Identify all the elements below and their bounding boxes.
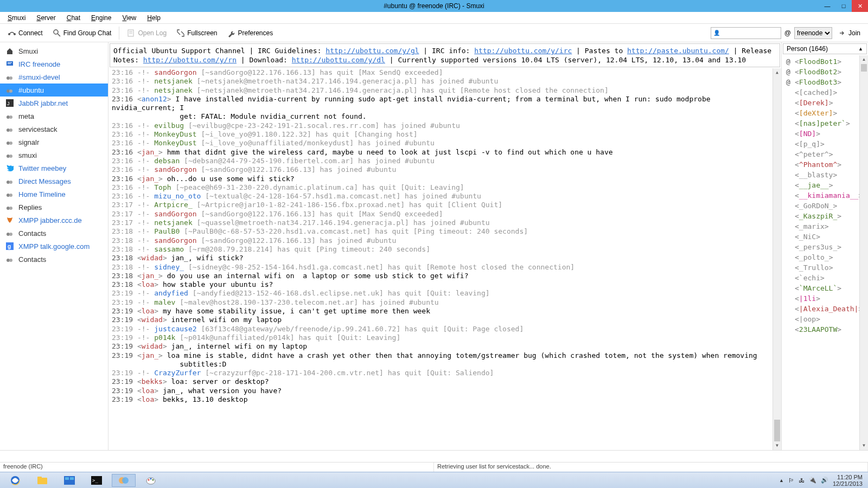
user-row[interactable]: <`echi> — [782, 273, 868, 283]
user-row[interactable]: <_polto_> — [782, 252, 868, 262]
user-list-header[interactable]: Person (1646) ▲ — [783, 43, 867, 54]
topic-link[interactable]: http://paste.ubuntu.com/ — [627, 47, 729, 55]
user-row[interactable]: <23LAAPOTW> — [782, 324, 868, 335]
userlist-scrollbar[interactable]: ▲ ▼ — [859, 55, 868, 450]
topic-link[interactable]: http://ubottu.com/y/irc — [474, 47, 572, 55]
user-row[interactable]: <`MArceLL`> — [782, 283, 868, 293]
user-row[interactable]: <|oop> — [782, 314, 868, 324]
user-row[interactable]: <_GoRDoN_> — [782, 201, 868, 211]
taskbar-clock[interactable]: 11:20 PM 12/21/2013 — [833, 474, 865, 487]
sidebar-item-label: XMPP jabber.ccc.de — [18, 216, 82, 224]
sidebar-item-label: Twitter meebey — [18, 164, 66, 172]
menu-smuxi[interactable]: Smuxi — [3, 13, 30, 23]
chat-scrollbar[interactable]: ▲ ▼ — [773, 68, 781, 450]
minimize-button[interactable]: — — [819, 0, 835, 12]
sidebar-item[interactable]: JJabbR jabbr.net — [0, 97, 108, 110]
user-list[interactable]: @<FloodBot1>@<FloodBot2>@<FloodBot3><[ca… — [782, 55, 868, 450]
sidebar-item[interactable]: Twitter meebey — [0, 162, 108, 175]
scroll-down-icon[interactable]: ▼ — [773, 441, 781, 450]
user-row[interactable]: <|1li> — [782, 293, 868, 304]
taskbar-paint[interactable] — [139, 474, 163, 487]
find-group-chat-button[interactable]: Find Group Chat — [48, 27, 116, 40]
tray-volume-icon[interactable]: 🔊 — [821, 477, 828, 484]
sidebar-item[interactable]: gXMPP talk.google.com — [0, 240, 108, 253]
user-row[interactable]: <[nas]peter`> — [782, 118, 868, 129]
taskbar-explorer[interactable] — [30, 474, 54, 487]
user-row[interactable]: <__jae__> — [782, 180, 868, 190]
chat-line: 23:19 <loa> jan_, what version you have? — [112, 387, 778, 395]
close-button[interactable]: ✕ — [852, 0, 868, 12]
user-row[interactable]: <|Alexia_Death|> — [782, 304, 868, 314]
scroll-thumb[interactable] — [774, 420, 780, 441]
taskbar-app1[interactable] — [58, 474, 81, 487]
sidebar-item[interactable]: signalr — [0, 136, 108, 149]
taskbar-terminal[interactable]: >_ — [85, 474, 108, 487]
sidebar-item[interactable]: #ubuntu — [0, 84, 108, 97]
chat-line: 23:19 -!- andyfied [~andyfied@213-152-46… — [112, 289, 778, 298]
chat-line: 23:19 -!- CrazyZurfer [~crazyzurf@pc-218… — [112, 369, 778, 377]
join-button[interactable]: Join — [833, 27, 865, 40]
user-row[interactable]: <[p_q]> — [782, 139, 868, 149]
sidebar-item[interactable]: Contacts — [0, 227, 108, 240]
tray-battery-icon[interactable]: 🔌 — [809, 477, 816, 484]
sidebar-item[interactable]: Replies — [0, 201, 108, 214]
chat-line: 23:17 -!- netsjanek [~quassel@metroeth-n… — [112, 219, 778, 227]
maximize-button[interactable]: □ — [835, 0, 852, 12]
scroll-thumb[interactable] — [861, 64, 867, 72]
network-select[interactable]: freenode — [794, 27, 832, 39]
user-row[interactable]: <_marix> — [782, 221, 868, 232]
user-row[interactable]: <^peter^> — [782, 149, 868, 159]
scroll-up-icon[interactable]: ▲ — [860, 55, 868, 64]
menu-view[interactable]: View — [118, 13, 141, 23]
user-row[interactable]: <[cached]> — [782, 87, 868, 98]
menu-help[interactable]: Help — [143, 13, 165, 23]
user-search-input[interactable]: 👤 — [711, 27, 781, 39]
menu-server[interactable]: Server — [32, 13, 60, 23]
tray-chevron-icon[interactable]: ▲ — [779, 478, 784, 483]
sidebar-item[interactable]: smuxi — [0, 149, 108, 162]
hash-icon — [5, 73, 14, 81]
tray-network-icon[interactable]: 🖧 — [799, 477, 805, 484]
taskbar-ie[interactable] — [3, 474, 27, 487]
user-nick: <[cached]> — [795, 88, 837, 97]
tray-flag-icon[interactable]: 🏳 — [788, 477, 794, 484]
user-row[interactable]: <[deXter]> — [782, 108, 868, 118]
user-row[interactable]: <^Phantom^> — [782, 159, 868, 170]
sidebar-item[interactable]: XMPP jabber.ccc.de — [0, 214, 108, 227]
scroll-up-icon[interactable]: ▲ — [773, 68, 781, 77]
user-row[interactable]: <_NiC> — [782, 232, 868, 242]
menu-engine[interactable]: Engine — [87, 13, 116, 23]
user-row[interactable]: @<FloodBot3> — [782, 77, 868, 87]
user-row[interactable]: @<FloodBot1> — [782, 56, 868, 67]
menu-chat[interactable]: Chat — [62, 13, 85, 23]
topic-link[interactable]: http://ubottu.com/y/dl — [292, 56, 385, 64]
connect-button[interactable]: Connect — [3, 27, 47, 40]
sidebar-item[interactable]: Direct Messages — [0, 175, 108, 188]
taskbar-smuxi[interactable] — [112, 474, 136, 487]
sidebar-item[interactable]: Home Timeline — [0, 188, 108, 201]
person-icon: 👤 — [713, 30, 720, 36]
fullscreen-button[interactable]: Fullscreen — [172, 27, 221, 40]
sidebar-item[interactable]: Contacts — [0, 253, 108, 266]
sidebar-item[interactable]: Smuxi — [0, 44, 108, 57]
user-row[interactable]: <__kimiamania__> — [782, 190, 868, 201]
user-row[interactable]: <_KaszpiR_> — [782, 211, 868, 221]
user-row[interactable]: <_Trullo> — [782, 262, 868, 273]
user-row[interactable]: <[ND]> — [782, 129, 868, 139]
topic-link[interactable]: http://ubottu.com/y/gl — [326, 47, 419, 55]
chat-log[interactable]: 23:16 -!- sandGorgon [~sandGorgo@122.176… — [108, 68, 781, 450]
scroll-down-icon[interactable]: ▼ — [860, 441, 868, 450]
user-row[interactable]: <__blasty> — [782, 170, 868, 180]
sidebar-item[interactable]: #smuxi-devel — [0, 70, 108, 84]
user-row[interactable]: @<FloodBot2> — [782, 67, 868, 77]
user-row[interactable]: <_pers3us_> — [782, 242, 868, 252]
preferences-button[interactable]: Preferences — [223, 27, 278, 40]
open-log-button[interactable]: Open Log — [123, 27, 171, 40]
sidebar-item[interactable]: servicestack — [0, 123, 108, 136]
topic-link[interactable]: http://ubottu.com/y/rn — [143, 56, 237, 64]
sidebar-item[interactable]: meta — [0, 110, 108, 123]
user-row[interactable]: <[Derek]> — [782, 98, 868, 108]
sidebar-item[interactable]: IRC freenode — [0, 57, 108, 70]
channel-sidebar: SmuxiIRC freenode#smuxi-devel#ubuntuJJab… — [0, 42, 108, 450]
message-input[interactable] — [2, 452, 866, 461]
